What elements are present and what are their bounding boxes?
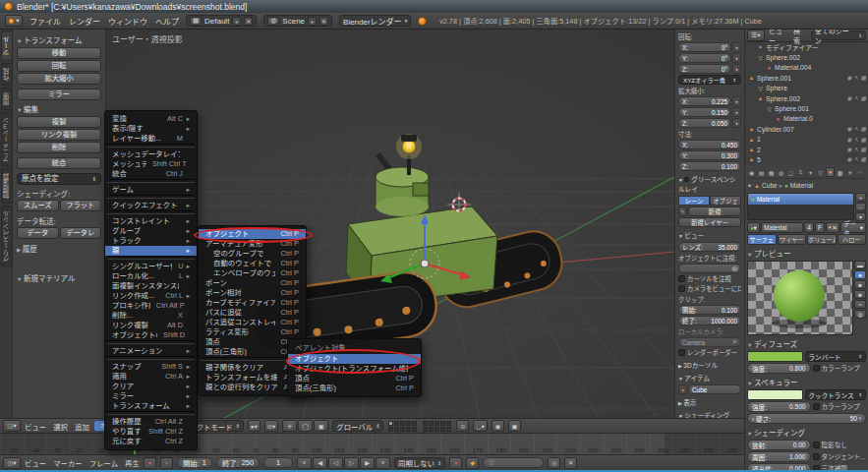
lock-icon[interactable]: ● [732, 96, 741, 106]
object-menu-item[interactable]: 元に戻す Ctrl Z ▸ [105, 437, 197, 446]
object-menu-item[interactable]: メッシュデータの転送 Shift Ctrl T ▸ [105, 159, 197, 169]
specular-color-swatch[interactable] [747, 389, 803, 400]
gp-scene-button[interactable]: シーン [678, 196, 710, 206]
eyedropper-icon[interactable]: ◎ [731, 265, 737, 272]
object-menu-item[interactable]: アニメーション ▸ [105, 346, 197, 356]
properties-tab-icon[interactable]: ◻ [786, 167, 795, 177]
object-menu-item[interactable]: 変換 Alt C ▸ [105, 114, 197, 124]
delete-layout-button[interactable]: ✕ [244, 17, 253, 26]
lock-icon[interactable]: ● [732, 118, 741, 128]
menu-item[interactable]: 再生 [125, 457, 140, 468]
outliner-row[interactable]: 2 ◉↖▦ [745, 145, 868, 154]
frame-start-field[interactable]: 開始:1 [177, 457, 212, 468]
object-menu-item[interactable]: メッシュデータレイアウトを転送 ▸ [105, 149, 197, 159]
menu-item[interactable]: ビュー [25, 457, 46, 468]
menu-item[interactable]: ビュー [25, 421, 46, 432]
outliner-row[interactable]: Cylinder.007 ◉↖▦ [745, 124, 868, 134]
object-menu-item[interactable]: レイヤー移動... M ▸ [105, 134, 197, 144]
object-menu-item[interactable]: やり直す Shift Ctrl Z ▸ [105, 427, 197, 437]
menu-item[interactable]: レンダー [69, 16, 100, 27]
renderable-icon[interactable]: ▦ [861, 156, 866, 162]
diffuse-ramp-checkbox[interactable] [813, 365, 820, 372]
hardness-slider[interactable]: ‹ 硬さ:50 › [747, 413, 866, 424]
properties-tab-icon[interactable]: ✦ [806, 167, 815, 177]
parent-submenu-item[interactable]: ラティス変形 Ctrl P [199, 327, 306, 337]
outliner-row[interactable]: Sphere.001 ◉↖▦ [745, 103, 868, 113]
outliner-row[interactable]: Material.0 ◉↖▦ [745, 114, 868, 124]
tangent-checkbox[interactable] [813, 453, 820, 460]
scale-field[interactable]: Y:0.150 [678, 107, 731, 117]
lock-object-field[interactable]: ◎ [678, 264, 741, 273]
render-opengl-button[interactable]: ◉ [492, 420, 504, 432]
editor-type-button[interactable]: ☰▾ [747, 30, 765, 41]
item-name-field[interactable]: Cube [688, 384, 741, 394]
object-menu-item[interactable]: シングルユーザー化 U ▸ [105, 262, 197, 271]
panel-transform-header[interactable]: トランスフォーム [17, 34, 101, 45]
object-menu-item[interactable]: ローカル化... L ▸ [105, 271, 197, 281]
object-menu-item[interactable]: 表示/隠す ▸ [105, 124, 197, 134]
material-type-tab[interactable]: ワイヤー [778, 234, 807, 245]
diffuse-shader-dropdown[interactable]: ランバート⇕ [805, 351, 867, 362]
outliner-display-dropdown[interactable]: 全てのシーン⇕ [811, 30, 866, 40]
dimension-field[interactable]: Z:0.100 [678, 161, 741, 171]
material-slot-list[interactable]: ● Material [747, 193, 854, 220]
object-menu-item[interactable]: クイックエフェクト ▸ [105, 201, 197, 210]
outliner-row[interactable]: 5 ◉↖▦ [745, 154, 868, 164]
properties-tab-icon[interactable]: ◠ [855, 167, 864, 177]
set-origin-dropdown[interactable]: 原点を設定⇕ [17, 173, 101, 185]
panel-edit-header[interactable]: 編集 [17, 103, 101, 114]
parent-target-item[interactable]: 頂点 Ctrl P [288, 374, 421, 384]
object-menu-item[interactable]: ミラー ▸ [105, 391, 197, 401]
clip-end-field[interactable]: 終了:1000.000 [678, 316, 741, 325]
renderable-icon[interactable]: ▦ [861, 147, 866, 152]
properties-tab-icon[interactable]: ▽ [816, 167, 825, 177]
object-menu-item[interactable]: グループ ▸ [105, 226, 197, 236]
preview-type-button[interactable]: ☻ [854, 290, 866, 299]
transfer-button[interactable]: データレ [60, 227, 102, 239]
parent-target-item[interactable]: オブジェクト [288, 354, 421, 364]
remove-slot-button[interactable]: − [855, 203, 866, 211]
viewport-shading-dropdown[interactable]: ●▾ [248, 420, 260, 432]
keying-set-field[interactable]: ⚿ [483, 457, 544, 468]
object-menu-item[interactable]: オブジェクトの複製 Shift D ▸ [105, 330, 197, 340]
clear-icon[interactable]: ✕ [732, 338, 737, 346]
cursor3d-panel-header[interactable]: 3Dカーソル [678, 360, 741, 370]
manipulator-button[interactable]: ✛ [282, 420, 297, 432]
parent-submenu-item[interactable]: オブジェクト Ctrl P [199, 229, 306, 239]
properties-tab-icon[interactable]: ◉ [747, 167, 756, 177]
selectable-icon[interactable]: ↖ [854, 137, 859, 143]
outliner-row[interactable]: Sphere.002 ◉↖▦ [745, 93, 868, 103]
grease-pencil-panel-header[interactable]: グリースペンシルレイ [678, 174, 741, 194]
record-button[interactable]: ● [144, 457, 156, 469]
eyedropper-button[interactable]: ◎ [548, 457, 560, 469]
gp-object-button[interactable]: オブジェクト [710, 196, 741, 206]
shade-button[interactable]: スムーズ [17, 200, 59, 211]
diffuse-color-swatch[interactable] [747, 351, 803, 362]
view-panel-header[interactable]: ビュー [678, 230, 741, 240]
object-menu-item[interactable]: 適用 Ctrl A ▸ [105, 372, 197, 382]
toolshelf-tab[interactable]: 作成 [1, 63, 13, 86]
parent-submenu-item[interactable]: パス追従コンストレイント Ctrl P [199, 318, 306, 327]
scale-field[interactable]: Z:0.050 [678, 118, 731, 128]
rotation-field[interactable]: X:0° [678, 42, 731, 52]
material-type-tab[interactable]: ボリューム [807, 234, 837, 245]
editor-type-icon[interactable]: ▾ [5, 15, 23, 27]
outliner-row[interactable]: 1 ◉↖▦ [745, 135, 868, 145]
specular-shader-dropdown[interactable]: クックトランス⇕ [805, 389, 867, 400]
gp-new-layer-button[interactable]: 新規レイヤー [678, 217, 741, 227]
selectable-icon[interactable]: ↖ [854, 95, 859, 101]
menu-item[interactable]: 追加 [75, 421, 89, 432]
material-name-field[interactable]: Material [761, 222, 803, 233]
object-menu-item[interactable]: トランスフォーム ▸ [105, 401, 197, 411]
screen-layout-selector[interactable]: ▦ Default + ✕ [186, 15, 257, 27]
new-material-button[interactable]: +✕ [826, 222, 839, 233]
tool-button[interactable]: 複製 [17, 116, 101, 128]
outliner-row[interactable]: Sphere ◉↖▦ [745, 84, 868, 93]
specular-intensity-slider[interactable]: 強度:0.500 [747, 401, 811, 412]
auto-keyframe-button[interactable]: ● [449, 457, 462, 469]
properties-tab-icon[interactable]: ◍ [777, 167, 785, 177]
breadcrumb-material[interactable]: Material [790, 182, 813, 189]
selectable-icon[interactable]: ↖ [854, 147, 859, 152]
menu-item[interactable]: ウィンドウ [108, 16, 147, 27]
shading-panel-header[interactable]: シェーディング [747, 427, 866, 438]
